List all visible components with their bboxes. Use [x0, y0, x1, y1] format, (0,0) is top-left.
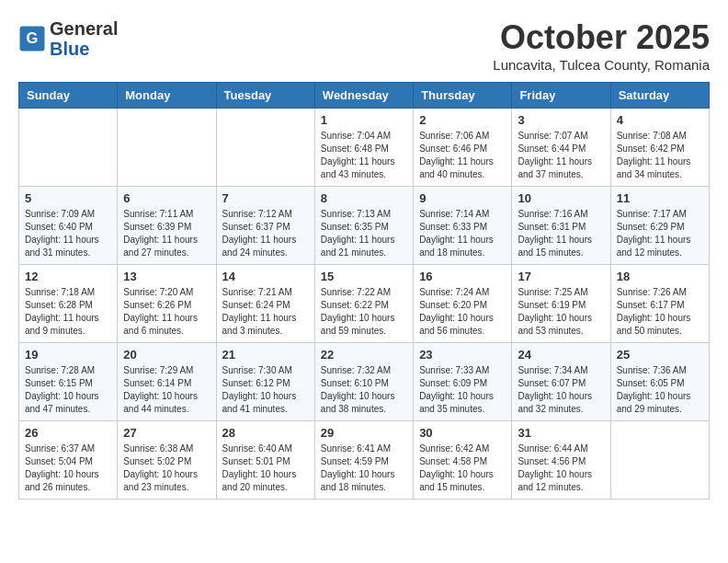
day-info: Sunrise: 6:41 AM Sunset: 4:59 PM Dayligh… — [321, 442, 407, 494]
calendar-cell — [19, 109, 118, 187]
calendar-cell: 30Sunrise: 6:42 AM Sunset: 4:58 PM Dayli… — [414, 421, 512, 500]
day-number: 17 — [518, 270, 604, 283]
day-info: Sunrise: 6:37 AM Sunset: 5:04 PM Dayligh… — [25, 442, 111, 494]
day-number: 11 — [617, 191, 703, 205]
day-info: Sunrise: 7:12 AM Sunset: 6:37 PM Dayligh… — [222, 208, 309, 259]
day-info: Sunrise: 7:08 AM Sunset: 6:42 PM Dayligh… — [617, 130, 703, 181]
day-number: 15 — [321, 270, 407, 283]
day-number: 26 — [25, 426, 111, 440]
calendar-week-row: 26Sunrise: 6:37 AM Sunset: 5:04 PM Dayli… — [19, 421, 710, 500]
calendar-cell: 6Sunrise: 7:11 AM Sunset: 6:39 PM Daylig… — [118, 187, 216, 265]
day-info: Sunrise: 7:29 AM Sunset: 6:14 PM Dayligh… — [123, 364, 210, 416]
day-number: 5 — [25, 191, 111, 205]
calendar-cell: 9Sunrise: 7:14 AM Sunset: 6:33 PM Daylig… — [414, 187, 512, 265]
weekday-header: Saturday — [610, 83, 709, 109]
day-info: Sunrise: 7:25 AM Sunset: 6:19 PM Dayligh… — [518, 286, 604, 338]
day-info: Sunrise: 7:36 AM Sunset: 6:05 PM Dayligh… — [617, 364, 703, 416]
day-info: Sunrise: 7:24 AM Sunset: 6:20 PM Dayligh… — [419, 286, 506, 338]
day-info: Sunrise: 7:26 AM Sunset: 6:17 PM Dayligh… — [617, 286, 703, 338]
calendar-cell: 29Sunrise: 6:41 AM Sunset: 4:59 PM Dayli… — [314, 421, 413, 500]
day-number: 30 — [419, 426, 506, 440]
calendar-cell: 12Sunrise: 7:18 AM Sunset: 6:28 PM Dayli… — [19, 265, 118, 343]
calendar-cell: 14Sunrise: 7:21 AM Sunset: 6:24 PM Dayli… — [216, 265, 314, 343]
calendar-table: SundayMondayTuesdayWednesdayThursdayFrid… — [18, 82, 710, 500]
day-info: Sunrise: 6:40 AM Sunset: 5:01 PM Dayligh… — [222, 442, 309, 494]
calendar-cell: 17Sunrise: 7:25 AM Sunset: 6:19 PM Dayli… — [512, 265, 610, 343]
day-info: Sunrise: 7:33 AM Sunset: 6:09 PM Dayligh… — [419, 364, 506, 416]
calendar-cell: 23Sunrise: 7:33 AM Sunset: 6:09 PM Dayli… — [414, 343, 512, 421]
weekday-header: Sunday — [19, 83, 118, 109]
day-info: Sunrise: 7:16 AM Sunset: 6:31 PM Dayligh… — [518, 208, 604, 259]
calendar-cell: 31Sunrise: 6:44 AM Sunset: 4:56 PM Dayli… — [512, 421, 610, 500]
day-number: 3 — [518, 113, 604, 127]
day-number: 6 — [123, 191, 210, 205]
day-info: Sunrise: 7:13 AM Sunset: 6:35 PM Dayligh… — [321, 208, 407, 259]
weekday-header: Friday — [512, 83, 610, 109]
calendar-cell: 16Sunrise: 7:24 AM Sunset: 6:20 PM Dayli… — [414, 265, 512, 343]
calendar-week-row: 19Sunrise: 7:28 AM Sunset: 6:15 PM Dayli… — [19, 343, 710, 421]
month-title: October 2025 — [493, 18, 710, 57]
calendar-cell: 10Sunrise: 7:16 AM Sunset: 6:31 PM Dayli… — [512, 187, 610, 265]
day-number: 18 — [617, 270, 703, 283]
day-info: Sunrise: 6:42 AM Sunset: 4:58 PM Dayligh… — [419, 442, 506, 494]
calendar-cell — [118, 109, 216, 187]
day-number: 20 — [123, 348, 210, 362]
day-info: Sunrise: 7:18 AM Sunset: 6:28 PM Dayligh… — [25, 286, 111, 338]
calendar-cell: 24Sunrise: 7:34 AM Sunset: 6:07 PM Dayli… — [512, 343, 610, 421]
page-header: G General Blue October 2025 Luncavita, T… — [18, 18, 710, 73]
day-info: Sunrise: 7:21 AM Sunset: 6:24 PM Dayligh… — [222, 286, 309, 338]
day-info: Sunrise: 7:28 AM Sunset: 6:15 PM Dayligh… — [25, 364, 111, 416]
calendar-cell — [216, 109, 314, 187]
calendar-week-row: 5Sunrise: 7:09 AM Sunset: 6:40 PM Daylig… — [19, 187, 710, 265]
calendar-cell: 3Sunrise: 7:07 AM Sunset: 6:44 PM Daylig… — [512, 109, 610, 187]
day-number: 27 — [123, 426, 210, 440]
day-number: 31 — [518, 426, 604, 440]
day-number: 22 — [321, 348, 407, 362]
logo-text: General Blue — [50, 18, 118, 59]
logo-general: General — [50, 18, 118, 39]
day-number: 16 — [419, 270, 506, 283]
day-info: Sunrise: 7:30 AM Sunset: 6:12 PM Dayligh… — [222, 364, 309, 416]
weekday-header: Thursday — [414, 83, 512, 109]
calendar-cell: 19Sunrise: 7:28 AM Sunset: 6:15 PM Dayli… — [19, 343, 118, 421]
calendar-cell: 25Sunrise: 7:36 AM Sunset: 6:05 PM Dayli… — [610, 343, 709, 421]
day-info: Sunrise: 7:20 AM Sunset: 6:26 PM Dayligh… — [123, 286, 210, 338]
calendar-cell: 18Sunrise: 7:26 AM Sunset: 6:17 PM Dayli… — [610, 265, 709, 343]
day-info: Sunrise: 7:17 AM Sunset: 6:29 PM Dayligh… — [617, 208, 703, 259]
day-number: 23 — [419, 348, 506, 362]
day-number: 28 — [222, 426, 309, 440]
day-number: 1 — [321, 113, 407, 127]
day-info: Sunrise: 7:04 AM Sunset: 6:48 PM Dayligh… — [321, 130, 407, 181]
calendar-cell: 20Sunrise: 7:29 AM Sunset: 6:14 PM Dayli… — [118, 343, 216, 421]
calendar-cell: 8Sunrise: 7:13 AM Sunset: 6:35 PM Daylig… — [314, 187, 413, 265]
calendar-cell — [610, 421, 709, 500]
calendar-cell: 11Sunrise: 7:17 AM Sunset: 6:29 PM Dayli… — [610, 187, 709, 265]
day-number: 24 — [518, 348, 604, 362]
calendar-cell: 27Sunrise: 6:38 AM Sunset: 5:02 PM Dayli… — [118, 421, 216, 500]
day-number: 8 — [321, 191, 407, 205]
day-info: Sunrise: 7:06 AM Sunset: 6:46 PM Dayligh… — [419, 130, 506, 181]
logo-blue: Blue — [50, 39, 118, 59]
weekday-header: Wednesday — [314, 83, 413, 109]
day-number: 12 — [25, 270, 111, 283]
day-number: 19 — [25, 348, 111, 362]
day-number: 13 — [123, 270, 210, 283]
weekday-header-row: SundayMondayTuesdayWednesdayThursdayFrid… — [19, 83, 710, 109]
calendar-cell: 4Sunrise: 7:08 AM Sunset: 6:42 PM Daylig… — [610, 109, 709, 187]
weekday-header: Tuesday — [216, 83, 314, 109]
day-info: Sunrise: 6:44 AM Sunset: 4:56 PM Dayligh… — [518, 442, 604, 494]
logo-icon: G — [18, 25, 46, 52]
location-subtitle: Luncavita, Tulcea County, Romania — [493, 57, 710, 73]
calendar-week-row: 1Sunrise: 7:04 AM Sunset: 6:48 PM Daylig… — [19, 109, 710, 187]
svg-text:G: G — [27, 29, 39, 46]
day-number: 9 — [419, 191, 506, 205]
calendar-cell: 22Sunrise: 7:32 AM Sunset: 6:10 PM Dayli… — [314, 343, 413, 421]
calendar-cell: 28Sunrise: 6:40 AM Sunset: 5:01 PM Dayli… — [216, 421, 314, 500]
calendar-cell: 7Sunrise: 7:12 AM Sunset: 6:37 PM Daylig… — [216, 187, 314, 265]
day-info: Sunrise: 7:14 AM Sunset: 6:33 PM Dayligh… — [419, 208, 506, 259]
day-number: 7 — [222, 191, 309, 205]
weekday-header: Monday — [118, 83, 216, 109]
day-info: Sunrise: 7:09 AM Sunset: 6:40 PM Dayligh… — [25, 208, 111, 259]
calendar-cell: 2Sunrise: 7:06 AM Sunset: 6:46 PM Daylig… — [414, 109, 512, 187]
day-info: Sunrise: 7:32 AM Sunset: 6:10 PM Dayligh… — [321, 364, 407, 416]
